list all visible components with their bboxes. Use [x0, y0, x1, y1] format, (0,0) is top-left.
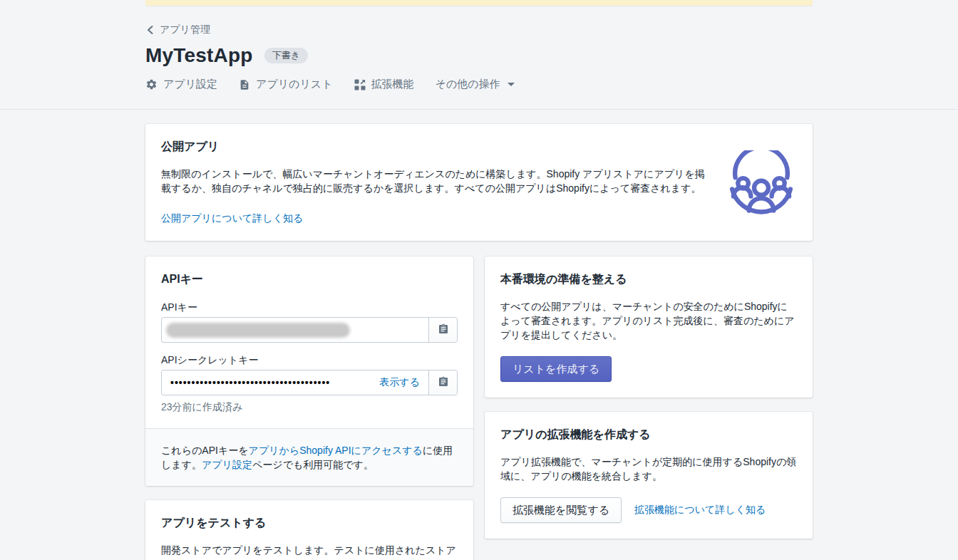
- secret-key-label: APIシークレットキー: [161, 354, 458, 367]
- nav-more-actions-label: その他の操作: [436, 78, 500, 91]
- create-listing-button[interactable]: リストを作成する: [500, 356, 612, 382]
- extensions-description: アプリ拡張機能で、マーチャントが定期的に使用するShopifyの領域に、アプリの…: [500, 455, 797, 483]
- api-key-field: [161, 317, 458, 343]
- extensions-learn-link[interactable]: 拡張機能について詳しく知る: [634, 504, 766, 517]
- breadcrumb[interactable]: アプリ管理: [145, 24, 210, 36]
- production-title: 本番環境の準備を整える: [500, 272, 797, 287]
- warning-banner-sliver: [145, 0, 813, 6]
- api-key-value-redacted[interactable]: [162, 318, 428, 342]
- gear-icon: [145, 78, 158, 90]
- public-app-card: 公開アプリ 無制限のインストールで、幅広いマーチャントオーディエンスのために構築…: [145, 124, 813, 241]
- people-group-illustration: [726, 150, 797, 224]
- api-keys-footer: これらのAPIキーをアプリからShopify APIにアクセスするに使用します。…: [145, 428, 473, 486]
- header-nav: アプリ設定 アプリのリスト 拡張機能 その他の操作: [145, 78, 813, 109]
- app-extensions-card: アプリの拡張機能を作成する アプリ拡張機能で、マーチャントが定期的に使用するSh…: [485, 412, 813, 539]
- secret-created-note: 23分前に作成済み: [161, 401, 458, 414]
- secret-key-masked-value: ••••••••••••••••••••••••••••••••••••••: [162, 377, 330, 388]
- public-app-title: 公開アプリ: [161, 140, 714, 155]
- copy-secret-key-button[interactable]: [428, 370, 457, 395]
- app-settings-link[interactable]: アプリ設定: [202, 459, 252, 470]
- nav-more-actions[interactable]: その他の操作: [436, 78, 515, 91]
- public-app-learn-link[interactable]: 公開アプリについて詳しく知る: [161, 212, 303, 224]
- document-icon: [239, 79, 250, 90]
- header-divider: [0, 109, 958, 110]
- public-app-description: 無制限のインストールで、幅広いマーチャントオーディエンスのために構築します。Sh…: [161, 167, 714, 195]
- test-app-description: 開発ストアでアプリをテストします。テストに使用されたストア: [161, 543, 458, 557]
- footer-text: ページでも利用可能です。: [252, 459, 374, 470]
- browse-extensions-button[interactable]: 拡張機能を閲覧する: [500, 497, 622, 523]
- api-keys-card: APIキー APIキー APIシークレットキー: [145, 256, 473, 486]
- extensions-icon: [354, 79, 366, 90]
- test-app-title: アプリをテストする: [161, 516, 458, 531]
- reveal-secret-link[interactable]: 表示する: [371, 376, 428, 389]
- caret-down-icon: [508, 83, 515, 86]
- redacted-key-blur: [166, 323, 350, 338]
- secret-key-field: •••••••••••••••••••••••••••••••••••••• 表…: [161, 370, 458, 395]
- nav-extensions[interactable]: 拡張機能: [354, 78, 414, 91]
- breadcrumb-label: アプリ管理: [160, 24, 210, 36]
- nav-app-listing[interactable]: アプリのリスト: [239, 78, 332, 91]
- nav-app-settings[interactable]: アプリ設定: [145, 78, 217, 91]
- nav-app-listing-label: アプリのリスト: [256, 78, 332, 91]
- access-api-link[interactable]: アプリからShopify APIにアクセスする: [249, 445, 423, 456]
- status-badge: 下書き: [264, 48, 308, 63]
- footer-text: これらのAPIキーを: [161, 445, 249, 456]
- chevron-left-icon: [145, 25, 155, 35]
- clipboard-icon: [438, 323, 449, 337]
- copy-api-key-button[interactable]: [428, 318, 457, 342]
- extensions-title: アプリの拡張機能を作成する: [500, 427, 797, 442]
- api-keys-title: APIキー: [161, 272, 458, 287]
- api-key-label: APIキー: [161, 301, 458, 314]
- production-readiness-card: 本番環境の準備を整える すべての公開アプリは、マーチャントの安全のためにShop…: [485, 256, 813, 398]
- nav-extensions-label: 拡張機能: [371, 78, 414, 91]
- page-header: アプリ管理 MyTestApp 下書き アプリ設定 アプリのリスト: [0, 0, 958, 110]
- test-app-card: アプリをテストする 開発ストアでアプリをテストします。テストに使用されたストア: [145, 500, 473, 560]
- nav-app-settings-label: アプリ設定: [163, 78, 217, 91]
- production-description: すべての公開アプリは、マーチャントの安全のためにShopifyによって審査されま…: [500, 299, 797, 342]
- clipboard-icon: [438, 376, 449, 390]
- page-title: MyTestApp: [145, 44, 253, 67]
